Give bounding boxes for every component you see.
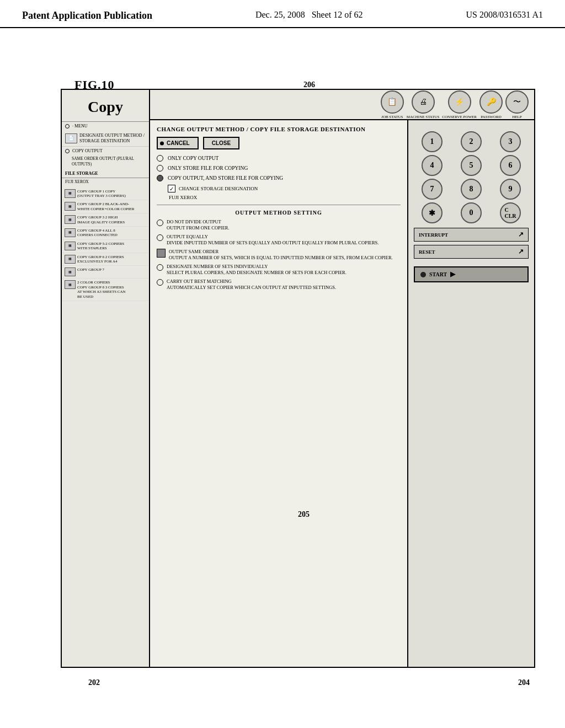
action-buttons: INTERRUPT ↗ RESET ↗ START ▶ bbox=[414, 228, 529, 282]
list-icon: ▦ bbox=[65, 228, 76, 237]
list-icon: ▦ bbox=[65, 202, 76, 211]
patent-number: US 2008/0316531 A1 bbox=[466, 10, 543, 20]
designate-output-item[interactable]: 📄 DESIGNATE OUTPUT METHOD / STORAGE DEST… bbox=[62, 130, 149, 147]
menu-label: · MENU bbox=[62, 122, 149, 130]
start-arrow: ▶ bbox=[450, 270, 455, 279]
fuji-xerox-dialog-label: FUJI XEROX bbox=[169, 195, 401, 200]
key-6[interactable]: 6 bbox=[500, 155, 521, 176]
reset-arrow: ↗ bbox=[518, 248, 524, 256]
password-label: PASSWORD bbox=[481, 115, 501, 119]
help-icon: 〜 bbox=[505, 90, 529, 114]
list-item[interactable]: ▦ COPY GROUP 5-2 COPIERSWITH STAPLERS bbox=[62, 240, 149, 253]
start-label: START bbox=[429, 271, 447, 277]
key-0[interactable]: 0 bbox=[461, 202, 482, 223]
list-icon: ▦ bbox=[65, 242, 76, 250]
output-radio-4 bbox=[157, 264, 163, 271]
only-copy-radio bbox=[157, 155, 163, 162]
copy-output-dot bbox=[65, 149, 70, 153]
output-label-3: OUTPUT SAME ORDEROUTPUT A NUMBER OF SETS… bbox=[169, 249, 393, 261]
key-7[interactable]: 7 bbox=[422, 179, 443, 200]
date-sheet: Dec. 25, 2008 Sheet 12 of 62 bbox=[255, 10, 363, 20]
interrupt-arrow: ↗ bbox=[518, 231, 524, 239]
key-4[interactable]: 4 bbox=[422, 155, 443, 176]
list-item[interactable]: ▦ 2 COLOR COPIERSCOPY GROUP 8 3 COPIERSA… bbox=[62, 279, 149, 301]
conserve-power-button[interactable]: ⚡ CONSERVE POWER bbox=[442, 90, 477, 119]
conserve-power-label: CONSERVE POWER bbox=[442, 115, 477, 119]
start-dot bbox=[420, 272, 426, 277]
page-header: Patent Application Publication Dec. 25, … bbox=[0, 0, 565, 28]
output-method-title: OUTPUT METHOD SETTING bbox=[157, 210, 401, 216]
left-sidebar: Copy · MENU 📄 DESIGNATE OUTPUT METHOD / … bbox=[62, 90, 150, 667]
dialog-buttons: CANCEL CLOSE bbox=[157, 137, 401, 149]
start-button[interactable]: START ▶ bbox=[414, 266, 529, 282]
job-status-button[interactable]: 📋 JOB STATUS bbox=[381, 90, 404, 119]
output-row-2[interactable]: OUTPUT EQUALLYDIVIDE INPUTTED NUMBER OF … bbox=[157, 234, 401, 246]
list-item[interactable]: ▦ COPY GROUP 4 ALL 8COPIERS CONNECTED bbox=[62, 227, 149, 240]
interrupt-label: INTERRUPT bbox=[419, 232, 448, 238]
output-row-5[interactable]: CARRY OUT BEST MATCHINGAUTOMATICALLY SET… bbox=[157, 279, 401, 291]
password-button[interactable]: 🔑 PASSWORD bbox=[479, 90, 503, 119]
divider bbox=[157, 205, 401, 205]
copy-output-label: COPY OUTPUT bbox=[62, 147, 149, 155]
output-label-2: OUTPUT EQUALLYDIVIDE INPUTTED NUMBER OF … bbox=[167, 234, 379, 246]
copy-output-option[interactable]: COPY OUTPUT, AND STORE FILE FOR COPYING bbox=[157, 175, 401, 181]
sheet-info: Sheet 12 of 62 bbox=[312, 10, 363, 19]
output-row-3[interactable]: OUTPUT SAME ORDEROUTPUT A NUMBER OF SETS… bbox=[157, 249, 401, 261]
key-9[interactable]: 9 bbox=[500, 179, 521, 200]
dialog-title: CHANGE OUTPUT METHOD / COPY FILE STORAGE… bbox=[157, 126, 401, 132]
machine-status-icon: 🖨 bbox=[412, 90, 435, 114]
key-8[interactable]: 8 bbox=[461, 179, 482, 200]
key-clear[interactable]: CCLR bbox=[500, 202, 521, 223]
pub-date: Dec. 25, 2008 bbox=[255, 10, 305, 19]
help-label: HELP bbox=[512, 115, 522, 119]
change-storage-option[interactable]: ✓ CHANGE STORAGE DESIGNATION bbox=[168, 185, 401, 192]
job-status-label: JOB STATUS bbox=[381, 115, 403, 119]
keypad-grid: 1 2 3 4 5 6 7 8 9 ✱ 0 CCLR bbox=[414, 131, 529, 223]
list-icon: ▦ bbox=[65, 189, 76, 198]
list-item[interactable]: ▦ COPY GROUP 2 BLACK-AND-WHITE COPIER+CO… bbox=[62, 200, 149, 213]
close-button[interactable]: CLOSE bbox=[203, 137, 239, 149]
diagram-container: FIG.10 Copy · MENU 📄 DESIGNATE OUTPUT ME… bbox=[44, 61, 552, 695]
list-item[interactable]: ▦ COPY GROUP 7 bbox=[62, 266, 149, 279]
help-button[interactable]: 〜 HELP bbox=[505, 90, 529, 119]
key-1[interactable]: 1 bbox=[422, 131, 443, 152]
designate-output-icon: 📄 bbox=[65, 133, 77, 143]
key-5[interactable]: 5 bbox=[461, 155, 482, 176]
output-radio-5 bbox=[157, 279, 163, 286]
copy-title: Copy bbox=[62, 90, 149, 122]
file-storage-label: FILE STORAGE bbox=[62, 169, 149, 178]
copy-output-radio bbox=[157, 175, 163, 181]
output-radio-2 bbox=[157, 234, 163, 241]
only-copy-option[interactable]: ONLY COPY OUTPUT bbox=[157, 155, 401, 162]
ref-202: 202 bbox=[88, 678, 100, 687]
same-order-text: SAME ORDER OUTPUT (PLURAL OUTPUTS) bbox=[62, 155, 149, 169]
designate-output-text: DESIGNATE OUTPUT METHOD / STORAGE DESTIN… bbox=[79, 133, 146, 143]
cancel-button[interactable]: CANCEL bbox=[157, 137, 199, 149]
dialog-content: CHANGE OUTPUT METHOD / COPY FILE STORAGE… bbox=[150, 120, 407, 667]
list-icon: ▦ bbox=[65, 255, 76, 264]
ref-206: 206 bbox=[303, 81, 315, 89]
only-store-radio bbox=[157, 165, 163, 172]
only-store-option[interactable]: ONLY STORE FILE FOR COPYING bbox=[157, 165, 401, 172]
machine-status-button[interactable]: 🖨 MACHINE STATUS bbox=[407, 90, 440, 119]
reset-button[interactable]: RESET ↗ bbox=[414, 245, 529, 259]
key-3[interactable]: 3 bbox=[500, 131, 521, 152]
output-row-4[interactable]: DESIGNATE NUMBER OF SETS INDIVIDUALLYSEL… bbox=[157, 264, 401, 276]
list-icon: ▦ bbox=[65, 267, 76, 276]
list-icon: ▦ bbox=[65, 280, 76, 289]
keypad-grid-container: 1 2 3 4 5 6 7 8 9 ✱ 0 CCLR bbox=[414, 131, 529, 223]
output-radio-1 bbox=[157, 220, 163, 226]
key-star[interactable]: ✱ bbox=[422, 202, 443, 223]
ref-204: 204 bbox=[518, 678, 530, 687]
list-item[interactable]: ▦ COPY GROUP 3 2 HIGHIMAGE QUALITY COPIE… bbox=[62, 213, 149, 227]
list-item[interactable]: ▦ COPY GROUP 1 COPY(OUTPUT TRAY 3 COPIER… bbox=[62, 188, 149, 201]
output-row-1[interactable]: DO NOT DIVIDE OUTPUTOUTPUT FROM ONE COPI… bbox=[157, 219, 401, 231]
conserve-power-icon: ⚡ bbox=[448, 90, 471, 114]
list-item[interactable]: ▦ COPY GROUP 6 2 COPIERSEXCLUSIVELY FOR … bbox=[62, 253, 149, 266]
menu-bullet-dot bbox=[65, 124, 70, 129]
interrupt-button[interactable]: INTERRUPT ↗ bbox=[414, 228, 529, 242]
top-toolbar: 📋 JOB STATUS 🖨 MACHINE STATUS ⚡ CONSERVE… bbox=[150, 90, 534, 120]
key-2[interactable]: 2 bbox=[461, 131, 482, 152]
publication-title: Patent Application Publication bbox=[22, 10, 152, 22]
output-checkbox-3 bbox=[157, 249, 166, 258]
